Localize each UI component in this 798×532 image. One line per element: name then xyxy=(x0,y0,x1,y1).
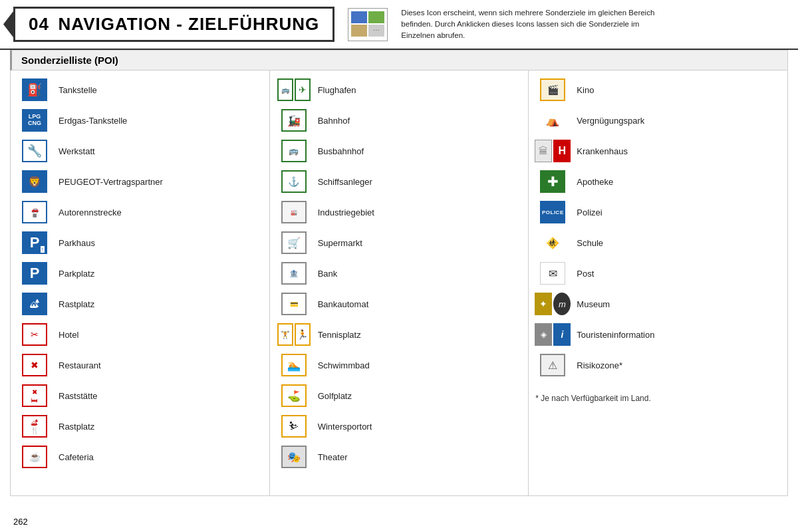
poi-label: Cafeteria xyxy=(59,452,94,462)
list-item: P Parkplatz xyxy=(11,258,269,289)
list-item: 🏕 🍴 Rastplatz xyxy=(11,411,269,442)
list-item: ✖ Restaurant xyxy=(11,350,269,380)
poi-label: Flughafen xyxy=(318,85,356,95)
header-title: 04 xyxy=(29,14,49,34)
poi-label: Parkhaus xyxy=(59,238,95,248)
list-item: ✖ 🛏 Raststätte xyxy=(11,380,269,411)
poi-label: Bahnhof xyxy=(318,116,350,126)
list-item: ✚ Apotheke xyxy=(529,166,787,197)
header-icon: ··· xyxy=(348,8,388,41)
list-item: 🏛 H Krankenhaus xyxy=(529,136,787,166)
poi-label: Schwimmbad xyxy=(318,360,370,370)
icon-cell-green xyxy=(368,11,384,23)
icon-cell-blue xyxy=(351,11,367,23)
schule-icon: 🚸 xyxy=(535,230,570,255)
poi-label: Post xyxy=(577,269,594,279)
poi-label: Krankenhaus xyxy=(577,146,628,156)
section-title: Sonderzielliste (POI) xyxy=(10,50,788,70)
main-content: ⛽ Tankstelle LPGCNG Erdgas-Tankstelle 🔧 … xyxy=(10,70,788,496)
list-item: ⛷ Wintersportort xyxy=(270,411,529,442)
poi-label: Golfplatz xyxy=(318,391,352,401)
header-subtitle: NAVIGATION - ZIELFÜHRUNG xyxy=(59,14,320,34)
poi-label: Werkstatt xyxy=(59,146,95,156)
poi-label: Restaurant xyxy=(59,360,101,370)
busbahnhof-icon: 🚌 xyxy=(277,138,311,164)
poi-label: Apotheke xyxy=(577,177,613,187)
poi-label: Polizei xyxy=(577,207,602,217)
list-item: ⛽ Tankstelle xyxy=(11,74,269,105)
list-item: POLICE Polizei xyxy=(529,197,787,227)
bahnhof-icon: 🚂 xyxy=(277,108,311,133)
restaurant-icon: ✖ xyxy=(17,352,52,378)
list-item: 🏦 Bank xyxy=(270,258,529,289)
list-item: 🔧 Werkstatt xyxy=(11,136,269,166)
list-item: 🚂 Bahnhof xyxy=(270,105,529,136)
list-item: ⚠ Risikozone* xyxy=(529,350,787,380)
list-item: LPGCNG Erdgas-Tankstelle xyxy=(11,105,269,136)
poi-label: Theater xyxy=(318,452,348,462)
column-2: 🚌 ✈ Flughafen 🚂 Bahnhof 🚌 Busbahnhof xyxy=(270,70,529,495)
risikozone-icon: ⚠ xyxy=(535,352,570,378)
page-wrapper: 04 NAVIGATION - ZIELFÜHRUNG ··· Dieses I… xyxy=(0,0,798,532)
poi-label: Rastplatz xyxy=(59,422,94,432)
list-item: 🏕 Rastplatz xyxy=(11,289,269,319)
rastplatz2-icon: 🏕 🍴 xyxy=(17,414,52,439)
poi-label: Busbahnhof xyxy=(318,146,364,156)
poi-label: Tankstelle xyxy=(59,85,97,95)
list-item: 🏭 Industriegebiet xyxy=(270,197,529,227)
poi-label: Erdgas-Tankstelle xyxy=(59,116,127,126)
poi-label: Risikozone* xyxy=(577,360,622,370)
touristen-icon: ◈ i xyxy=(535,322,570,347)
poi-label: Schule xyxy=(577,238,603,248)
column-1: ⛽ Tankstelle LPGCNG Erdgas-Tankstelle 🔧 … xyxy=(11,70,270,495)
rastplatz1-icon: 🏕 xyxy=(17,291,52,317)
poi-label: Supermarkt xyxy=(318,238,362,248)
raststaette-icon: ✖ 🛏 xyxy=(17,383,52,408)
list-item: P ↑ Parkhaus xyxy=(11,227,269,258)
hotel-icon: ✂ xyxy=(17,322,52,347)
list-item: 🚌 ✈ Flughafen xyxy=(270,74,529,105)
poi-label: Kino xyxy=(577,85,594,95)
supermarkt-icon: 🛒 xyxy=(277,230,311,255)
flughafen-icon: 🚌 ✈ xyxy=(277,77,311,102)
list-item: ✦ m Museum xyxy=(529,289,787,319)
list-item: ⛺ Vergnügungspark xyxy=(529,105,787,136)
poi-label: Vergnügungspark xyxy=(577,116,644,126)
list-item: 🏋 🏃 Tennisplatz xyxy=(270,319,529,350)
kino-icon: 🎬 xyxy=(535,77,570,102)
bank-icon: 🏦 xyxy=(277,261,311,286)
werkstatt-icon: 🔧 xyxy=(17,138,52,164)
list-item: ✉ Post xyxy=(529,258,787,289)
museum-icon: ✦ m xyxy=(535,291,570,317)
list-item: 💳 Bankautomat xyxy=(270,289,529,319)
poi-label: Museum xyxy=(577,299,610,309)
poi-label: Raststätte xyxy=(59,391,98,401)
list-item: 🛒 Supermarkt xyxy=(270,227,529,258)
post-icon: ✉ xyxy=(535,261,570,286)
poi-label: Rastplatz xyxy=(59,299,94,309)
industrie-icon: 🏭 xyxy=(277,200,311,225)
header-description: Dieses Icon erscheint, wenn sich mehrere… xyxy=(401,7,667,42)
vergnuegung-icon: ⛺ xyxy=(535,108,570,133)
footnote: * Je nach Verfügbarkeit im Land. xyxy=(529,380,787,403)
list-item: 🚌 Busbahnhof xyxy=(270,136,529,166)
autorenn-icon: 🚗▦ xyxy=(17,200,52,225)
list-item: ⚓ Schiffsanleger xyxy=(270,166,529,197)
list-item: 🚗▦ Autorennstrecke xyxy=(11,197,269,227)
poi-label: Bankautomat xyxy=(318,299,369,309)
schiff-icon: ⚓ xyxy=(277,169,311,194)
poi-label: Tennisplatz xyxy=(318,330,361,340)
icon-cell-dots: ··· xyxy=(368,25,384,37)
parkplatz-icon: P xyxy=(17,261,52,286)
schwimmbad-icon: 🏊 xyxy=(277,352,311,378)
cafeteria-icon: ☕ xyxy=(17,444,52,469)
bankautomat-icon: 💳 xyxy=(277,291,311,317)
poi-label: PEUGEOT-Vertragspartner xyxy=(59,177,163,187)
parkhaus-icon: P ↑ xyxy=(17,230,52,255)
column-3: 🎬 Kino ⛺ Vergnügungspark 🏛 H Krankenhaus xyxy=(529,70,787,495)
list-item: ✂ Hotel xyxy=(11,319,269,350)
poi-label: Bank xyxy=(318,269,338,279)
icon-cell-tan xyxy=(351,25,367,37)
theater-icon: 🎭 xyxy=(277,444,311,469)
poi-label: Wintersportort xyxy=(318,422,372,432)
